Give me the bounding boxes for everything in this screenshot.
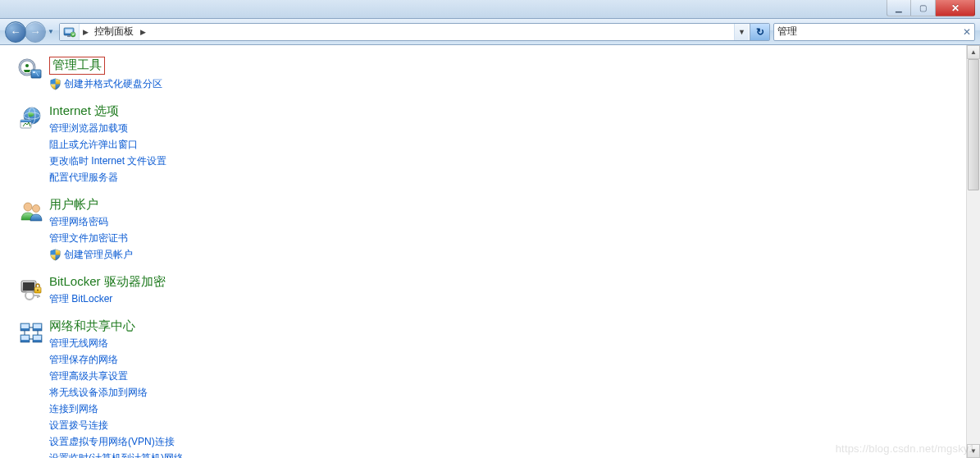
group-title-link[interactable]: Internet 选项: [49, 103, 119, 119]
result-link[interactable]: 管理浏览器加载项: [49, 121, 128, 135]
breadcrumb-segment[interactable]: 控制面板: [91, 24, 137, 40]
result-link-row: 创建并格式化硬盘分区: [49, 77, 958, 91]
result-link-row: 设置虚拟专用网络(VPN)连接: [49, 435, 958, 449]
search-box[interactable]: ✕: [773, 23, 975, 41]
result-link[interactable]: 创建并格式化硬盘分区: [64, 77, 162, 91]
result-group-bitlocker: BitLocker 驱动器加密管理 BitLocker: [18, 274, 958, 309]
chevron-right-icon[interactable]: ▶: [80, 24, 91, 40]
result-link-row: 更改临时 Internet 文件设置: [49, 154, 958, 168]
result-group-user-accounts: 用户帐户管理网络密码管理文件加密证书创建管理员帐户: [18, 197, 958, 264]
uac-shield-icon: [49, 78, 62, 90]
result-link[interactable]: 管理高级共享设置: [49, 369, 128, 383]
user-accounts-icon: [18, 197, 49, 264]
result-link[interactable]: 管理无线网络: [49, 337, 108, 350]
result-link-row: 创建管理员帐户: [49, 248, 958, 262]
result-link[interactable]: 创建管理员帐户: [64, 248, 133, 262]
result-link-row: 配置代理服务器: [49, 171, 958, 185]
result-link[interactable]: 设置虚拟专用网络(VPN)连接: [49, 435, 175, 449]
window-controls: ▁ ▢ ✕: [887, 0, 975, 16]
internet-options-icon: [18, 103, 49, 187]
history-dropdown[interactable]: ▼: [46, 28, 56, 35]
forward-button[interactable]: →: [25, 21, 46, 43]
close-button[interactable]: ✕: [936, 0, 975, 16]
bitlocker-icon: [18, 274, 49, 309]
result-link[interactable]: 阻止或允许弹出窗口: [49, 138, 138, 152]
window-titlebar: ▁ ▢ ✕: [0, 0, 980, 19]
result-link[interactable]: 管理网络密码: [49, 215, 108, 229]
result-group-network-sharing: 网络和共享中心管理无线网络管理保存的网络管理高级共享设置将无线设备添加到网络连接…: [18, 318, 958, 458]
result-link[interactable]: 管理 BitLocker: [49, 292, 112, 306]
search-input[interactable]: [777, 26, 963, 38]
result-link[interactable]: 管理文件加密证书: [49, 231, 128, 245]
result-link[interactable]: 连接到网络: [49, 402, 98, 416]
scroll-down-button[interactable]: ▼: [967, 444, 980, 458]
result-link-row: 管理高级共享设置: [49, 369, 958, 383]
group-title-link[interactable]: BitLocker 驱动器加密: [49, 274, 166, 290]
group-title-link[interactable]: 用户帐户: [49, 197, 98, 213]
address-history-dropdown[interactable]: ▼: [734, 24, 749, 40]
scroll-thumb[interactable]: [968, 59, 979, 190]
maximize-button[interactable]: ▢: [911, 0, 936, 16]
result-link[interactable]: 管理保存的网络: [49, 353, 118, 367]
result-link-row: 管理网络密码: [49, 215, 958, 229]
control-panel-icon: [60, 24, 80, 40]
vertical-scrollbar[interactable]: ▲ ▼: [966, 45, 980, 458]
result-link[interactable]: 配置代理服务器: [49, 171, 118, 185]
result-link-row: 管理浏览器加载项: [49, 121, 958, 135]
result-link-row: 将无线设备添加到网络: [49, 386, 958, 400]
group-body: 用户帐户管理网络密码管理文件加密证书创建管理员帐户: [49, 197, 958, 264]
result-group-admin-tools: 管理工具创建并格式化硬盘分区: [18, 57, 958, 94]
result-link[interactable]: 设置临时(计算机到计算机)网络: [49, 451, 184, 458]
admin-tools-icon: [18, 57, 49, 94]
navigation-bar: ← → ▼ ▶ 控制面板 ▶ ▼ ↻ ✕: [0, 19, 980, 45]
group-body: BitLocker 驱动器加密管理 BitLocker: [49, 274, 958, 309]
result-link-row: 设置拨号连接: [49, 419, 958, 433]
group-title-link[interactable]: 网络和共享中心: [49, 318, 135, 334]
group-body: 网络和共享中心管理无线网络管理保存的网络管理高级共享设置将无线设备添加到网络连接…: [49, 318, 958, 458]
group-body: Internet 选项管理浏览器加载项阻止或允许弹出窗口更改临时 Interne…: [49, 103, 958, 187]
result-link[interactable]: 更改临时 Internet 文件设置: [49, 154, 166, 168]
breadcrumb: ▶ 控制面板 ▶: [80, 24, 734, 40]
group-title-link[interactable]: 管理工具: [49, 57, 105, 75]
back-button[interactable]: ←: [5, 21, 26, 43]
result-link[interactable]: 将无线设备添加到网络: [49, 386, 148, 400]
results-pane: 管理工具创建并格式化硬盘分区Internet 选项管理浏览器加载项阻止或允许弹出…: [0, 45, 966, 458]
result-link-row: 设置临时(计算机到计算机)网络: [49, 451, 958, 458]
uac-shield-icon: [49, 249, 62, 261]
result-link-row: 管理文件加密证书: [49, 231, 958, 245]
result-link-row: 管理保存的网络: [49, 353, 958, 367]
result-link-row: 管理 BitLocker: [49, 292, 958, 306]
result-link-row: 阻止或允许弹出窗口: [49, 138, 958, 152]
result-group-internet-options: Internet 选项管理浏览器加载项阻止或允许弹出窗口更改临时 Interne…: [18, 103, 958, 187]
minimize-button[interactable]: ▁: [887, 0, 911, 16]
result-link-row: 连接到网络: [49, 402, 958, 416]
chevron-right-icon[interactable]: ▶: [137, 24, 148, 40]
result-link[interactable]: 设置拨号连接: [49, 419, 108, 433]
group-body: 管理工具创建并格式化硬盘分区: [49, 57, 958, 94]
clear-search-icon[interactable]: ✕: [963, 26, 971, 38]
refresh-button[interactable]: ↻: [750, 24, 769, 40]
nav-arrows: ← → ▼: [5, 21, 56, 43]
address-bar[interactable]: ▶ 控制面板 ▶ ▼ ↻: [59, 23, 770, 41]
scroll-up-button[interactable]: ▲: [967, 45, 980, 59]
result-link-row: 管理无线网络: [49, 337, 958, 350]
network-icon: [18, 318, 49, 458]
